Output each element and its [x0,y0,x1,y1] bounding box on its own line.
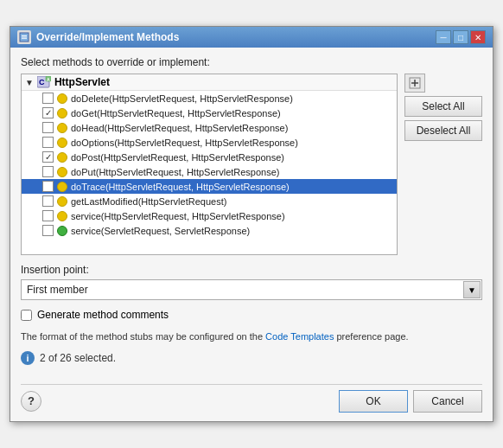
svg-rect-1 [22,35,27,36]
code-templates-link[interactable]: Code Templates [265,331,334,342]
info-text-prefix: The format of the method stubs may be co… [21,331,265,342]
method-visibility-icon [57,152,67,163]
expand-icon[interactable]: ▼ [25,78,34,87]
method-visibility-icon [57,182,67,192]
help-button[interactable]: ? [21,391,41,412]
ok-button[interactable]: OK [339,390,408,413]
info-text-suffix: preference page. [334,331,408,342]
insertion-dropdown-container: First member Last member After construct… [21,279,482,300]
title-controls: ─ □ ✕ [436,30,486,44]
dialog-title: Override/Implement Methods [36,31,179,43]
method-checkbox[interactable] [42,122,54,133]
method-visibility-icon [57,226,67,236]
method-name: doTrace(HttpServletRequest, HttpServletR… [71,182,290,192]
dialog-body: Select methods to override or implement:… [10,48,493,384]
method-checkbox[interactable] [42,166,54,177]
class-header[interactable]: ▼ C A HttpServlet [22,74,397,91]
table-row[interactable]: ✓doPost(HttpServletRequest, HttpServletR… [22,150,397,164]
override-implement-dialog: Override/Implement Methods ─ □ ✕ Select … [10,26,493,422]
method-name: doPost(HttpServletRequest, HttpServletRe… [71,152,284,163]
svg-text:A: A [47,77,50,82]
info-row: i 2 of 26 selected. [21,351,482,365]
method-name: doOptions(HttpServletRequest, HttpServle… [71,138,298,148]
table-row[interactable]: doTrace(HttpServletRequest, HttpServletR… [22,179,397,194]
method-checkbox[interactable] [42,93,54,104]
collapse-icon[interactable] [404,74,425,93]
table-row[interactable]: doDelete(HttpServletRequest, HttpServlet… [22,91,397,106]
method-checkbox[interactable] [42,137,54,148]
deselect-all-button[interactable]: Deselect All [404,120,482,141]
table-row[interactable]: service(ServletRequest, ServletResponse) [22,223,397,238]
maximize-button[interactable]: □ [453,30,468,44]
table-row[interactable]: doPut(HttpServletRequest, HttpServletRes… [22,164,397,179]
method-name: service(HttpServletRequest, HttpServletR… [71,211,285,221]
dialog-footer: ? OK Cancel [10,385,493,421]
insertion-label: Insertion point: [21,264,482,276]
side-buttons: Select All Deselect All [404,74,482,255]
prompt-label: Select methods to override or implement: [21,56,482,68]
svg-rect-2 [22,38,27,39]
method-checkbox[interactable] [42,181,54,192]
method-name: getLastModified(HttpServletRequest) [71,196,226,207]
method-rows-container: doDelete(HttpServletRequest, HttpServlet… [22,91,397,238]
table-row[interactable]: doHead(HttpServletRequest, HttpServletRe… [22,120,397,135]
method-name: doPut(HttpServletRequest, HttpServletRes… [71,167,280,177]
info-icon: i [21,351,35,365]
method-name: doGet(HttpServletRequest, HttpServletRes… [71,108,281,118]
method-visibility-icon [57,167,67,177]
generate-comments-checkbox[interactable] [21,310,32,321]
dialog-icon [17,30,31,44]
table-row[interactable]: ✓doGet(HttpServletRequest, HttpServletRe… [22,106,397,120]
selected-info: 2 of 26 selected. [40,352,116,364]
method-checkbox[interactable]: ✓ [42,107,54,118]
method-checkbox[interactable] [42,225,54,236]
method-checkbox[interactable] [42,210,54,221]
method-visibility-icon [57,211,67,221]
method-visibility-icon [57,196,67,207]
method-checkbox[interactable]: ✓ [42,151,54,163]
insertion-dropdown[interactable]: First member Last member After construct… [21,279,482,300]
footer-buttons: OK Cancel [339,390,482,413]
info-text: The format of the method stubs may be co… [21,330,482,344]
generate-comments-row: Generate method comments [21,309,482,321]
minimize-button[interactable]: ─ [436,30,451,44]
class-name-label: HttpServlet [54,76,110,88]
select-all-button[interactable]: Select All [404,96,482,117]
table-row[interactable]: service(HttpServletRequest, HttpServletR… [22,208,397,223]
methods-list[interactable]: ▼ C A HttpServlet doDelete(HttpServletRe… [21,74,398,255]
cancel-button[interactable]: Cancel [413,390,482,413]
table-row[interactable]: doOptions(HttpServletRequest, HttpServle… [22,135,397,150]
generate-comments-label: Generate method comments [37,309,169,321]
svg-rect-0 [20,33,29,42]
method-visibility-icon [57,138,67,148]
method-name: doDelete(HttpServletRequest, HttpServlet… [71,93,293,104]
method-visibility-icon [57,108,67,118]
title-bar-left: Override/Implement Methods [17,30,179,44]
table-row[interactable]: getLastModified(HttpServletRequest) [22,194,397,208]
method-name: service(ServletRequest, ServletResponse) [71,226,250,236]
close-button[interactable]: ✕ [470,30,486,44]
method-visibility-icon [57,123,67,133]
title-bar: Override/Implement Methods ─ □ ✕ [10,27,493,48]
method-name: doHead(HttpServletRequest, HttpServletRe… [71,123,288,133]
svg-text:C: C [39,78,45,86]
method-visibility-icon [57,93,67,104]
method-checkbox[interactable] [42,195,54,207]
methods-area: ▼ C A HttpServlet doDelete(HttpServletRe… [21,74,482,255]
